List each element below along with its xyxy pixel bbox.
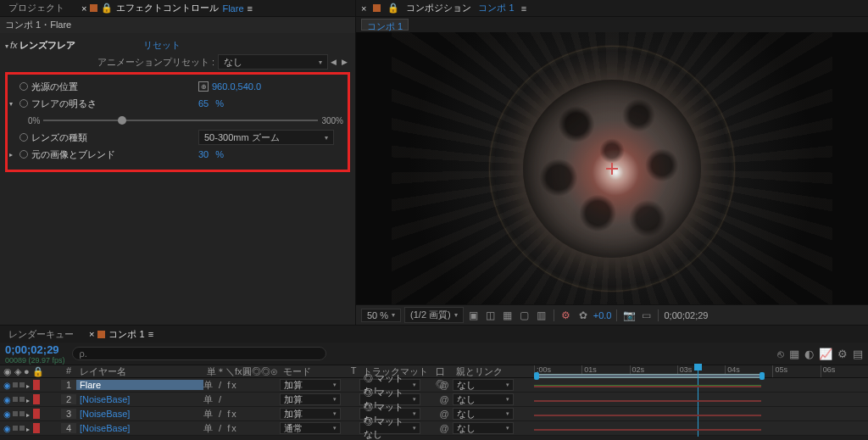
tab-effect-controls-target: Flare bbox=[222, 3, 243, 14]
pickwhip-icon[interactable]: @ bbox=[436, 409, 453, 419]
visibility-icon[interactable]: ◉ bbox=[3, 409, 11, 419]
toggle-grid-icon[interactable]: ▥ bbox=[535, 309, 548, 321]
blend-mode-dropdown[interactable]: 加算▾ bbox=[280, 408, 341, 420]
toggle-mask-icon[interactable]: ◫ bbox=[484, 309, 498, 321]
shy-icon[interactable]: ⎋ bbox=[777, 348, 784, 360]
parent-dropdown[interactable]: なし▾ bbox=[453, 379, 514, 391]
layer-bar[interactable] bbox=[534, 415, 761, 416]
exposure-value[interactable]: +0.0 bbox=[593, 310, 612, 320]
label-color[interactable] bbox=[33, 409, 40, 419]
zoom-dropdown[interactable]: 50 %▾ bbox=[361, 309, 401, 322]
layer-switches[interactable]: 单 / bbox=[203, 393, 280, 406]
blend-mode-dropdown[interactable]: 加算▾ bbox=[280, 393, 341, 405]
effect-name[interactable]: レンズフレア bbox=[19, 39, 75, 52]
layer-row[interactable]: ◉3[NoiseBase]单 / fx加算▾◎ マットなし▾@なし▾ bbox=[0, 407, 868, 421]
brightness-slider[interactable]: 0% 300% bbox=[25, 114, 347, 127]
show-snapshot-icon[interactable]: ▭ bbox=[639, 309, 653, 321]
reset-link[interactable]: リセット bbox=[143, 39, 181, 52]
parent-dropdown[interactable]: なし▾ bbox=[453, 422, 514, 434]
viewer-timecode[interactable]: 0;00;02;29 bbox=[664, 310, 708, 320]
toggle-alpha-icon[interactable]: ▣ bbox=[467, 309, 481, 321]
col-layer-name[interactable]: レイヤー名 bbox=[76, 365, 203, 377]
layer-twirl[interactable] bbox=[26, 394, 31, 404]
resolution-dropdown[interactable]: (1/2 画質)▾ bbox=[404, 307, 464, 323]
col-switches[interactable]: 単＊＼fx圓◎◎⊙ bbox=[203, 365, 280, 377]
parent-dropdown[interactable]: なし▾ bbox=[453, 393, 514, 405]
work-area-start[interactable] bbox=[534, 372, 539, 380]
layer-bar[interactable] bbox=[534, 429, 761, 431]
tab-render-queue[interactable]: レンダーキュー bbox=[5, 328, 77, 341]
preset-prev[interactable]: ◀ bbox=[331, 58, 337, 66]
visibility-icon[interactable]: ◉ bbox=[3, 395, 11, 404]
col-num[interactable]: # bbox=[61, 365, 76, 377]
label-color[interactable] bbox=[33, 394, 40, 404]
preset-dropdown[interactable]: なし ▾ bbox=[218, 54, 328, 70]
visibility-icon[interactable]: ◉ bbox=[3, 381, 11, 390]
label-color[interactable] bbox=[33, 423, 40, 433]
slider-knob[interactable] bbox=[118, 116, 126, 125]
lens-type-dropdown[interactable]: 50-300mm ズーム ▾ bbox=[198, 130, 334, 145]
snapshot-icon[interactable]: 📷 bbox=[622, 309, 636, 321]
composition-viewer[interactable] bbox=[356, 32, 868, 304]
current-timecode[interactable]: 0;00;02;29 bbox=[5, 343, 65, 356]
anchor-marker[interactable] bbox=[608, 164, 616, 173]
col-mode[interactable]: モード bbox=[280, 365, 348, 377]
visibility-icon[interactable]: ◉ bbox=[3, 424, 11, 433]
parent-dropdown[interactable]: なし▾ bbox=[453, 408, 514, 420]
layer-name[interactable]: [NoiseBase] bbox=[76, 394, 203, 404]
layer-switches[interactable]: 单 / fx bbox=[203, 408, 280, 421]
time-ruler[interactable]: :00s01s02s03s04s05s06s bbox=[534, 365, 868, 377]
frame-blend-icon[interactable]: ▦ bbox=[789, 348, 799, 360]
layer-row[interactable]: ◉4[NoiseBase]单 / fx通常▾◎ マットなし▾@なし▾ bbox=[0, 421, 868, 436]
layer-row[interactable]: ◉1Flare单 / fx加算▾◎ マットなし▾@なし▾ bbox=[0, 378, 868, 393]
pickwhip-icon[interactable]: @ bbox=[436, 380, 453, 390]
toggle-guides-icon[interactable]: ▦ bbox=[501, 309, 515, 321]
toggle-safe-icon[interactable]: ▢ bbox=[518, 309, 531, 321]
pickwhip-icon[interactable]: @ bbox=[436, 423, 453, 433]
crosshair-icon[interactable]: ⊕ bbox=[198, 81, 209, 92]
tab-effect-controls[interactable]: × 🔒 エフェクトコントロール Flare ≡ bbox=[78, 2, 256, 14]
layer-twirl[interactable] bbox=[26, 423, 31, 433]
comp-breadcrumb-chip[interactable]: コンポ 1 bbox=[361, 19, 409, 31]
stopwatch-icon[interactable] bbox=[19, 99, 28, 108]
col-t[interactable]: T bbox=[348, 365, 359, 377]
tab-project[interactable]: プロジェクト bbox=[5, 2, 68, 14]
stopwatch-icon[interactable] bbox=[19, 82, 28, 91]
work-area-bar[interactable] bbox=[534, 374, 761, 378]
layer-search[interactable]: ρ. bbox=[72, 347, 326, 360]
layer-bar[interactable] bbox=[534, 386, 761, 387]
draft3d-icon[interactable]: ⚙ bbox=[837, 348, 848, 360]
graph-editor-icon[interactable]: 📈 bbox=[819, 348, 832, 360]
stopwatch-icon[interactable] bbox=[19, 133, 28, 142]
prop-brightness-value[interactable]: 65 bbox=[198, 98, 209, 109]
tab-timeline-comp[interactable]: × コンポ 1≡ bbox=[86, 328, 157, 341]
blend-mode-dropdown[interactable]: 加算▾ bbox=[280, 379, 341, 391]
preset-next[interactable]: ▶ bbox=[342, 58, 348, 66]
layer-switches[interactable]: 单 / fx bbox=[203, 379, 280, 392]
layer-name[interactable]: [NoiseBase] bbox=[76, 423, 203, 433]
layer-switches[interactable]: 单 / fx bbox=[203, 422, 280, 435]
tab-composition-label[interactable]: コンポジション bbox=[406, 2, 471, 14]
layer-bar[interactable] bbox=[534, 400, 761, 402]
layer-twirl[interactable] bbox=[26, 409, 31, 419]
prop-blend-value[interactable]: 30 bbox=[198, 149, 209, 159]
motion-blur-icon[interactable]: ◐ bbox=[804, 348, 814, 360]
prop-source-pos-value[interactable]: 960.0,540.0 bbox=[212, 81, 261, 92]
gear-icon[interactable]: ✿ bbox=[576, 309, 590, 321]
layer-twirl[interactable] bbox=[26, 380, 31, 390]
label-color[interactable] bbox=[33, 380, 40, 390]
blend-twirl[interactable] bbox=[8, 151, 16, 159]
layer-name[interactable]: [NoiseBase] bbox=[76, 409, 203, 419]
track-matte-dropdown[interactable]: ◎ マットなし▾ bbox=[359, 422, 420, 434]
stopwatch-icon[interactable] bbox=[19, 150, 28, 159]
color-mgmt-icon[interactable]: ⚙ bbox=[559, 309, 573, 321]
blend-mode-dropdown[interactable]: 通常▾ bbox=[280, 422, 341, 434]
ruler-tick: 06s bbox=[821, 365, 868, 377]
layer-name[interactable]: Flare bbox=[76, 380, 203, 390]
work-area-end[interactable] bbox=[760, 372, 765, 380]
pickwhip-icon[interactable]: @ bbox=[436, 394, 453, 404]
brightness-twirl[interactable] bbox=[8, 100, 16, 108]
layer-row[interactable]: ◉2[NoiseBase]单 /加算▾◎ マットなし▾@なし▾ bbox=[0, 393, 868, 407]
col-parent[interactable]: 親とリンク bbox=[453, 365, 534, 377]
collapse-icon[interactable]: ▤ bbox=[853, 348, 863, 360]
